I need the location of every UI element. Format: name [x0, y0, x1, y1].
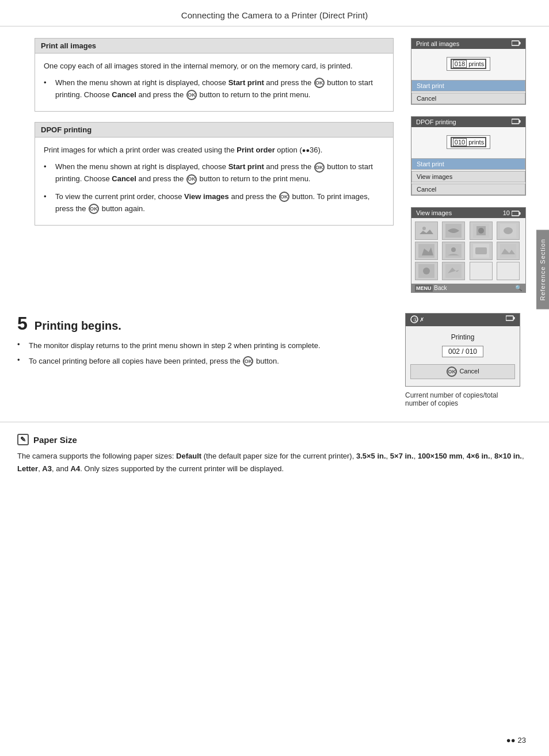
ok-btn7: OK [243, 356, 253, 366]
ui2-title: DPOF printing [416, 119, 456, 125]
printing-cancel-btn: OK Cancel [410, 364, 515, 379]
thumb-6 [442, 242, 465, 260]
s5-dot1: • [17, 340, 25, 352]
ok-button-icon: OK [314, 78, 325, 88]
svg-rect-19 [500, 244, 516, 258]
print-all-images-title: Print all images [35, 39, 393, 54]
print-all-images-text: One copy each of all images stored in th… [44, 60, 384, 72]
menu-back-label: MENU Back [415, 285, 447, 291]
paper-size-title: ✎ Paper Size [17, 434, 532, 445]
print-all-images-ui: Print all images 018 prints Start print … [411, 38, 526, 105]
bullet-dot3: • [44, 191, 52, 215]
svg-rect-2 [512, 119, 519, 124]
dpof-bullet1: • When the menu shown at right is displa… [44, 161, 384, 185]
svg-rect-27 [514, 317, 515, 319]
ui1-start-print: Start print [411, 80, 525, 91]
svg-rect-0 [512, 41, 519, 45]
paper-size-label: Paper Size [33, 435, 77, 445]
page-header: Connecting the Camera to a Printer (Dire… [0, 0, 549, 26]
page-arrow-left: ●● [506, 736, 516, 744]
zoom-icon: 🔍 [515, 285, 522, 291]
svg-point-16 [451, 247, 456, 252]
svg-rect-18 [475, 247, 487, 254]
s5-text1: The monitor display returns to the print… [29, 340, 321, 352]
bullet-dot: • [44, 77, 52, 101]
ui1-prints: 018 prints [451, 59, 486, 69]
ui2-start-print: Start print [411, 158, 525, 170]
view-images-ui: View images 10 [411, 207, 526, 293]
thumb-10 [442, 262, 465, 280]
current-number-note: Current number of copies/total number of… [405, 391, 520, 407]
print-all-images-body: One copy each of all images stored in th… [35, 54, 393, 111]
ok-btn3: OK [314, 162, 325, 173]
dpof-printing-section: DPOF printing Print images for which a p… [35, 122, 394, 226]
thumb-9 [415, 262, 438, 280]
thumb-4 [497, 222, 520, 240]
battery-ui2 [512, 119, 521, 125]
right-column: Print all images 018 prints Start print … [405, 26, 532, 304]
dpof-bullet2: • To view the current print order, choos… [44, 191, 384, 215]
image-grid [411, 218, 525, 284]
step5-row: 5 Printing begins. • The monitor display… [17, 313, 532, 407]
step5-bullet1: • The monitor display returns to the pri… [17, 340, 394, 352]
s5-dot2: • [17, 356, 25, 368]
printing-cancel-label: Cancel [459, 368, 479, 375]
ui3-title: View images [416, 209, 452, 216]
ok-btn6: OK [89, 204, 99, 214]
note-icon: ✎ [17, 434, 29, 445]
printing-progress: 002 / 010 [442, 346, 483, 357]
bullet-dot2: • [44, 161, 52, 185]
paper-size-body: The camera supports the following paper … [17, 450, 532, 475]
svg-point-13 [504, 227, 513, 234]
thumb-8 [497, 242, 520, 260]
svg-point-21 [423, 268, 430, 274]
svg-rect-6 [418, 224, 434, 238]
page-number: 23 [518, 736, 526, 744]
ui2-cancel: Cancel [411, 184, 525, 195]
step5-number: 5 [17, 313, 28, 334]
page-footer: ●● 23 [506, 736, 526, 744]
printing-ui-icons: ① ✗ [410, 315, 428, 324]
ui3-count: 10 [503, 209, 521, 216]
thumb-7 [470, 242, 493, 260]
step5-bullet2: • To cancel printing before all copies h… [17, 356, 394, 368]
paper-size-section: ✎ Paper Size The camera supports the fol… [0, 422, 549, 487]
header-title: Connecting the Camera to a Printer (Dire… [181, 10, 368, 20]
svg-rect-3 [520, 120, 521, 123]
reference-section-tab: Reference Section [536, 230, 549, 310]
print-all-images-section: Print all images One copy each of all im… [35, 38, 394, 112]
ui2-view-images: View images [411, 171, 525, 182]
step5-left: 5 Printing begins. • The monitor display… [17, 313, 394, 407]
thumb-2 [442, 222, 465, 240]
thumb-5 [415, 242, 438, 260]
svg-point-7 [422, 227, 426, 230]
ok-btn4: OK [186, 174, 197, 185]
thumb-3 [470, 222, 493, 240]
dpof-printing-ui: DPOF printing 010 prints Start print Vie… [411, 116, 526, 196]
ok-cancel-icon: OK [447, 366, 457, 377]
dpof-printing-title: DPOF printing [35, 123, 393, 138]
ok-btn5: OK [279, 192, 289, 202]
svg-rect-1 [520, 42, 521, 44]
ok-button-icon2: OK [186, 90, 197, 100]
battery-printing [506, 315, 515, 324]
battery-ui1 [512, 40, 521, 47]
print-all-bullet1: • When the menu shown at right is displa… [44, 77, 384, 101]
thumb-1 [415, 222, 438, 240]
dpof-printing-body: Print images for which a print order was… [35, 138, 393, 225]
step5-title: Printing begins. [35, 319, 121, 333]
svg-text:✗: ✗ [420, 316, 424, 323]
ui1-cancel: Cancel [411, 93, 525, 104]
svg-text:①: ① [413, 317, 418, 323]
svg-rect-5 [520, 212, 521, 215]
svg-point-11 [478, 228, 484, 234]
ui1-title: Print all images [416, 40, 459, 47]
svg-rect-26 [506, 316, 513, 320]
thumb-11-empty [470, 262, 493, 280]
printing-ui: ① ✗ Printing 002 / 0 [405, 313, 520, 387]
step5-section: 5 Printing begins. • The monitor display… [0, 304, 549, 416]
view-images-footer: MENU Back 🔍 [411, 284, 525, 292]
step5-header: 5 Printing begins. [17, 313, 394, 334]
thumb-12-empty [497, 262, 520, 280]
step5-right: ① ✗ Printing 002 / 0 [405, 313, 532, 407]
